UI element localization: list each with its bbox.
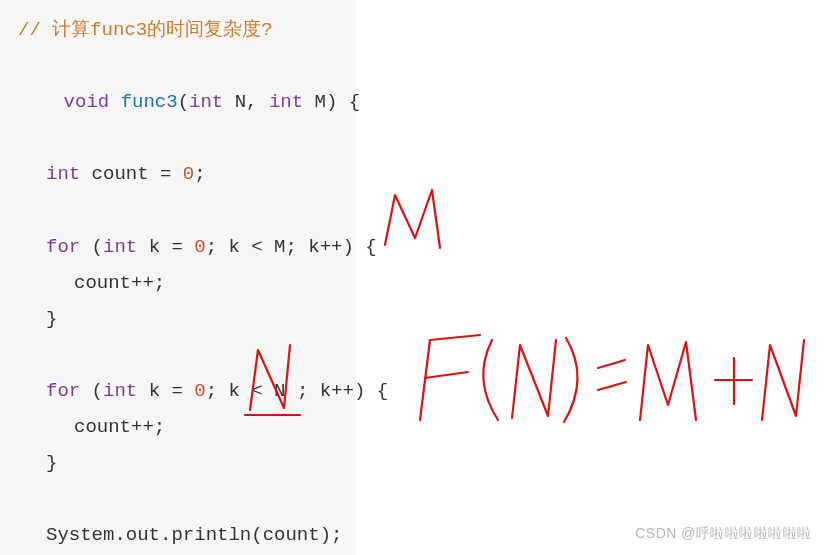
for1-body: count++;: [74, 272, 165, 294]
l3-int: int: [46, 163, 80, 185]
for2-zero: 0: [194, 380, 205, 402]
for1-cond: ; k < M; k++) {: [206, 236, 377, 258]
func-name: func3: [121, 91, 178, 113]
param-n: N,: [223, 91, 269, 113]
kw-void: void: [64, 91, 110, 113]
l3-rest: count =: [80, 163, 183, 185]
param-m: M) {: [303, 91, 360, 113]
brace-close-2: }: [46, 452, 57, 474]
code-block: // 计算func3的时间复杂度? void func3(int N, int …: [0, 0, 356, 555]
type-int-2: int: [269, 91, 303, 113]
for1-init: k =: [137, 236, 194, 258]
for2-cond: ; k < N ; k++) {: [206, 380, 388, 402]
for2-open: (: [80, 380, 103, 402]
code-comment: // 计算func3的时间复杂度?: [18, 19, 273, 41]
l3-semi: ;: [194, 163, 205, 185]
for2-body: count++;: [74, 416, 165, 438]
type-int-1: int: [189, 91, 223, 113]
l3-zero: 0: [183, 163, 194, 185]
brace-close-1: }: [46, 308, 57, 330]
sig-open: (: [178, 91, 189, 113]
println: System.out.println(count);: [46, 524, 342, 546]
for2-kw: for: [46, 380, 80, 402]
for1-int: int: [103, 236, 137, 258]
for1-open: (: [80, 236, 103, 258]
hand-m-icon: [385, 190, 440, 248]
hand-f-icon: [420, 335, 480, 420]
for1-zero: 0: [194, 236, 205, 258]
watermark: CSDN @呼啦啦啦啦啦啦啦: [635, 520, 812, 547]
for2-int: int: [103, 380, 137, 402]
for1-kw: for: [46, 236, 80, 258]
for2-init: k =: [137, 380, 194, 402]
